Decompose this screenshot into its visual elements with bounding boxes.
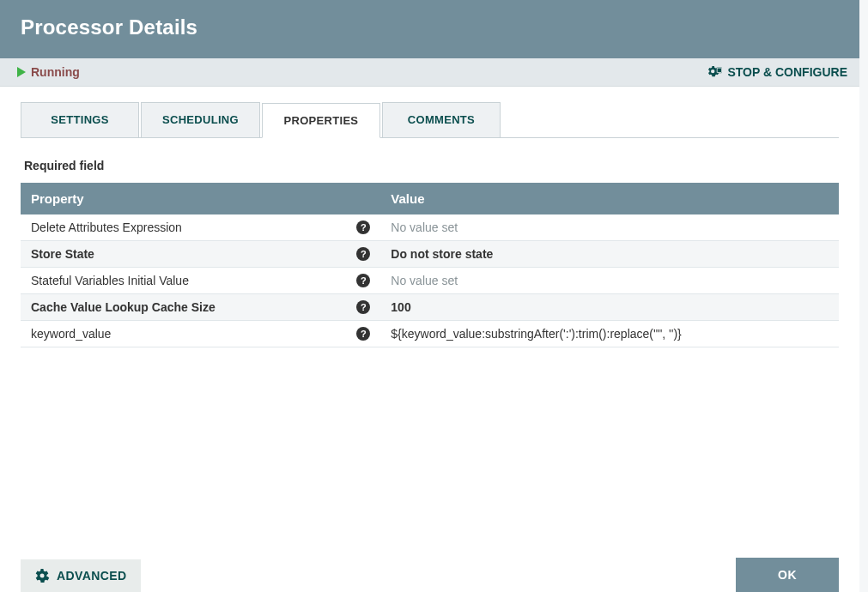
actions-cell xyxy=(749,241,839,268)
column-header-property: Property xyxy=(21,183,380,214)
dialog-footer: ADVANCED OK xyxy=(0,553,859,592)
stop-and-configure-button[interactable]: STOP & CONFIGURE xyxy=(707,65,847,79)
properties-table-body: Delete Attributes Expression?No value se… xyxy=(21,214,839,347)
property-value: No value set xyxy=(391,220,458,234)
table-row[interactable]: Cache Value Lookup Cache Size?100 xyxy=(21,294,839,321)
processor-details-dialog: Processor Details Running STOP & CONFIGU… xyxy=(0,0,859,592)
help-icon[interactable]: ? xyxy=(356,220,370,234)
property-cell: Cache Value Lookup Cache Size? xyxy=(21,294,380,321)
column-header-actions xyxy=(749,183,839,214)
status-bar: Running STOP & CONFIGURE xyxy=(0,58,859,87)
dialog-title: Processor Details xyxy=(21,15,839,39)
value-cell[interactable]: ${keyword_value:substringAfter(':'):trim… xyxy=(380,321,749,347)
tab-comments[interactable]: COMMENTS xyxy=(382,102,501,137)
required-field-label: Required field xyxy=(24,159,839,172)
property-value: Do not store state xyxy=(391,247,493,261)
tab-label: SCHEDULING xyxy=(162,113,239,126)
advanced-button[interactable]: ADVANCED xyxy=(21,559,141,592)
status-indicator: Running xyxy=(17,65,80,79)
column-header-value: Value xyxy=(380,183,749,214)
svg-rect-1 xyxy=(718,69,721,72)
dialog-header: Processor Details xyxy=(0,0,859,58)
property-value: 100 xyxy=(391,300,410,314)
property-cell: Stateful Variables Initial Value? xyxy=(21,268,380,294)
tab-label: COMMENTS xyxy=(408,113,475,126)
table-row[interactable]: Delete Attributes Expression?No value se… xyxy=(21,214,839,241)
tabs-bar: SETTINGSSCHEDULINGPROPERTIESCOMMENTS xyxy=(21,102,839,138)
actions-cell xyxy=(749,268,839,294)
property-name: Stateful Variables Initial Value xyxy=(31,274,189,287)
ok-button[interactable]: OK xyxy=(736,558,839,592)
right-edge-scrollspace xyxy=(859,0,868,592)
value-cell[interactable]: No value set xyxy=(380,214,749,241)
table-row[interactable]: Store State?Do not store state xyxy=(21,241,839,268)
help-icon[interactable]: ? xyxy=(356,327,370,341)
stop-configure-label: STOP & CONFIGURE xyxy=(727,65,847,79)
property-cell: Store State? xyxy=(21,241,380,268)
gear-stop-icon xyxy=(707,65,722,79)
tab-label: SETTINGS xyxy=(51,113,108,126)
value-cell[interactable]: No value set xyxy=(380,268,749,294)
tab-settings[interactable]: SETTINGS xyxy=(21,102,139,137)
value-cell[interactable]: Do not store state xyxy=(380,241,749,268)
table-header-row: Property Value xyxy=(21,183,839,214)
gear-icon xyxy=(34,568,50,583)
tab-properties[interactable]: PROPERTIES xyxy=(262,103,380,138)
property-name: Store State xyxy=(31,247,94,261)
property-cell: Delete Attributes Expression? xyxy=(21,214,380,241)
property-value: ${keyword_value:substringAfter(':'):trim… xyxy=(391,327,681,341)
advanced-label: ADVANCED xyxy=(57,569,127,583)
property-name: Cache Value Lookup Cache Size xyxy=(31,300,215,314)
property-name: Delete Attributes Expression xyxy=(31,220,182,234)
properties-table: Property Value Delete Attributes Express… xyxy=(21,183,839,347)
help-icon[interactable]: ? xyxy=(356,300,370,314)
running-icon xyxy=(17,67,26,77)
tab-scheduling[interactable]: SCHEDULING xyxy=(141,102,260,137)
help-icon[interactable]: ? xyxy=(356,247,370,261)
property-cell: keyword_value? xyxy=(21,321,380,347)
tab-label: PROPERTIES xyxy=(284,114,359,127)
property-name: keyword_value xyxy=(31,327,111,341)
value-cell[interactable]: 100 xyxy=(380,294,749,321)
status-text: Running xyxy=(31,65,80,79)
property-value: No value set xyxy=(391,274,458,287)
help-icon[interactable]: ? xyxy=(356,274,370,287)
actions-cell xyxy=(749,321,839,347)
actions-cell xyxy=(749,214,839,241)
actions-cell xyxy=(749,294,839,321)
table-row[interactable]: Stateful Variables Initial Value?No valu… xyxy=(21,268,839,294)
table-row[interactable]: keyword_value?${keyword_value:substringA… xyxy=(21,321,839,347)
content-area: SETTINGSSCHEDULINGPROPERTIESCOMMENTS Req… xyxy=(0,87,859,553)
